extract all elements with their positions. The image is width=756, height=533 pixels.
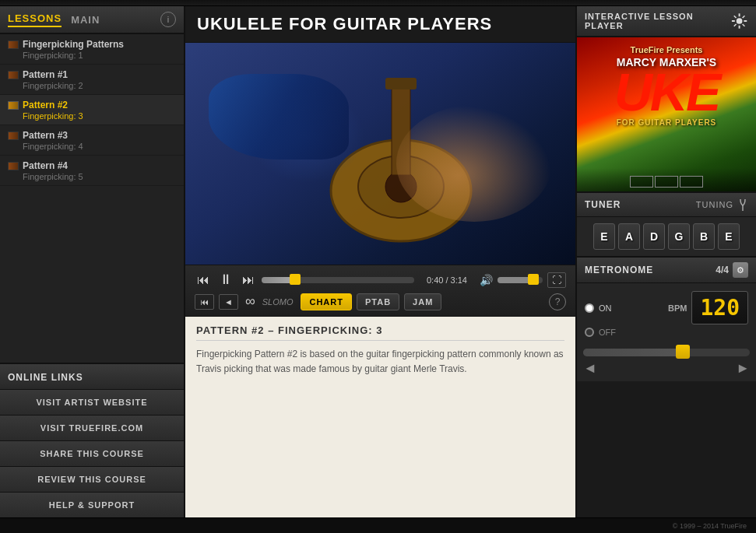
play-pause-button[interactable]: ⏸ [216,271,235,289]
volume-bar[interactable] [498,277,543,283]
list-item[interactable]: Fingerpicking Patterns Fingerpicking: 1 [0,34,184,65]
lesson-icon-active [8,101,19,110]
note-g-button[interactable]: G [668,223,690,250]
footer: © 1999 – 2014 TrueFire [0,517,756,533]
note-a-button[interactable]: A [618,223,640,250]
radio-off-indicator [585,328,594,337]
online-links-section: ONLINE LINKS VISIT ARTIST WEBSITE VISIT … [0,363,184,517]
svg-line-12 [742,16,744,18]
list-item[interactable]: Pattern #2 Fingerpicking: 3 [0,95,184,125]
tuner-title: TUNER [585,199,621,210]
page-title: UKULELE FOR GUITAR PLAYERS [197,14,492,33]
rewind-button[interactable]: ⏮ [195,272,212,288]
note-e1-button[interactable]: E [593,223,615,250]
slider-arrows-row: ◄ ► [577,358,756,381]
bpm-slider-container [577,347,756,358]
course-big-text: UKE [614,71,719,114]
right-panel: INTERACTIVE LESSON PLAYER TrueFire Prese… [575,6,756,517]
tuning-fork-icon [737,198,748,212]
metronome-title: METRONOME [585,265,653,275]
center-content: UKULELE FOR GUITAR PLAYERS [185,6,575,517]
metronome-body: ON BPM 120 OFF [577,283,756,347]
radio-on[interactable]: ON BPM 120 [585,291,748,324]
video-container [185,43,575,265]
lesson-info-title: PATTERN #2 – FINGERPICKING: 3 [196,324,564,341]
note-d-button[interactable]: D [643,223,665,250]
visit-truefire-button[interactable]: VISIT TRUEFIRE.COM [0,416,184,441]
svg-point-5 [737,18,743,24]
lesson-icon [8,162,19,170]
footer-copyright: © 1999 – 2014 TrueFire [673,522,747,530]
lesson-title: Fingerpicking Patterns [23,39,124,50]
info-button[interactable]: i [160,12,176,27]
help-support-button[interactable]: HELP & SUPPORT [0,493,184,517]
lesson-title: Pattern #4 [23,160,68,171]
fast-forward-button[interactable]: ⏭ [240,272,257,288]
bpm-decrease-button[interactable]: ◄ [583,361,597,375]
lesson-info-text: Fingerpicking Pattern #2 is based on the… [196,347,564,376]
lesson-icon [8,131,19,140]
help-circle-button[interactable]: ? [549,293,566,310]
lesson-subtitle: Fingerpicking: 2 [8,81,178,90]
svg-line-13 [734,24,737,26]
lesson-subtitle-active: Fingerpicking: 3 [8,111,178,121]
list-item[interactable]: Pattern #3 Fingerpicking: 4 [0,125,184,156]
loop-button[interactable]: ∞ [243,293,258,310]
lesson-icon [8,40,19,49]
video-controls: ⏮ ⏸ ⏭ 0:40 / 3:14 🔊 [185,265,575,317]
back-frame-button[interactable]: ◄ [219,294,238,310]
bpm-slider[interactable] [583,349,750,356]
fullscreen-button[interactable]: ⛶ [547,272,566,288]
time-signature: 4/4 [716,265,729,275]
tab-lessons[interactable]: LESSONS [8,12,62,27]
lesson-title: Pattern #1 [23,69,68,80]
review-course-button[interactable]: REVIEW THIS COURSE [0,467,184,493]
tuner-notes-row: E A D G B E [577,217,756,256]
svg-line-11 [742,24,744,26]
bpm-display: 120 [691,291,748,324]
visit-artist-button[interactable]: VISIT ARTIST WEBSITE [0,390,184,416]
slomo-label: SLOMO [262,297,294,307]
online-links-header: ONLINE LINKS [0,364,184,390]
video-title: UKULELE FOR GUITAR PLAYERS [185,6,575,43]
off-label: OFF [599,328,616,337]
right-panel-title: INTERACTIVE LESSON PLAYER [585,12,730,30]
lesson-title-active: Pattern #2 [23,100,68,110]
sidebar-header: LESSONS MAIN i [0,6,184,34]
course-image[interactable]: TrueFire Presents MARCY MARXER'S UKE FOR… [577,37,756,191]
lesson-subtitle: Fingerpicking: 1 [8,51,178,60]
tuner-section: TUNER TUNING E A D G B [577,191,756,256]
ptab-tab-button[interactable]: PTAB [357,293,399,310]
note-b-button[interactable]: B [693,223,715,250]
radio-off[interactable]: OFF [585,328,748,337]
share-course-button[interactable]: SHARE THIS COURSE [0,441,184,467]
lesson-icon [8,71,19,79]
chart-tab-button[interactable]: CHART [301,293,352,310]
alert-icon[interactable]: ⚙ [733,262,748,278]
bpm-label: BPM [668,303,687,313]
go-start-button[interactable]: ⏮ [195,294,214,310]
lesson-title: Pattern #3 [23,130,68,141]
progress-bar[interactable] [262,277,414,283]
bpm-increase-button[interactable]: ► [736,361,750,375]
on-label: ON [599,303,612,313]
list-item[interactable]: Pattern #4 Fingerpicking: 5 [0,156,184,186]
jam-tab-button[interactable]: JAM [404,293,441,310]
volume-icon: 🔊 [480,274,493,286]
tuner-header: TUNER TUNING [577,193,756,217]
svg-rect-4 [385,78,417,89]
online-links-title: ONLINE LINKS [8,372,83,383]
list-item[interactable]: Pattern #1 Fingerpicking: 2 [0,65,184,95]
time-display: 0:40 / 3:14 [419,275,475,285]
metronome-section: METRONOME 4/4 ⚙ ON BPM 120 [577,256,756,517]
lesson-subtitle: Fingerpicking: 4 [8,142,178,151]
tuning-label: TUNING [696,200,733,209]
note-e2-button[interactable]: E [718,223,740,250]
bpm-slider-handle[interactable] [676,345,690,359]
course-presenter: TrueFire Presents [631,45,703,54]
radio-on-indicator [585,303,594,313]
tab-main[interactable]: MAIN [71,14,100,26]
lesson-subtitle: Fingerpicking: 5 [8,172,178,181]
svg-line-10 [734,16,737,18]
lesson-info-panel: PATTERN #2 – FINGERPICKING: 3 Fingerpick… [185,317,575,517]
